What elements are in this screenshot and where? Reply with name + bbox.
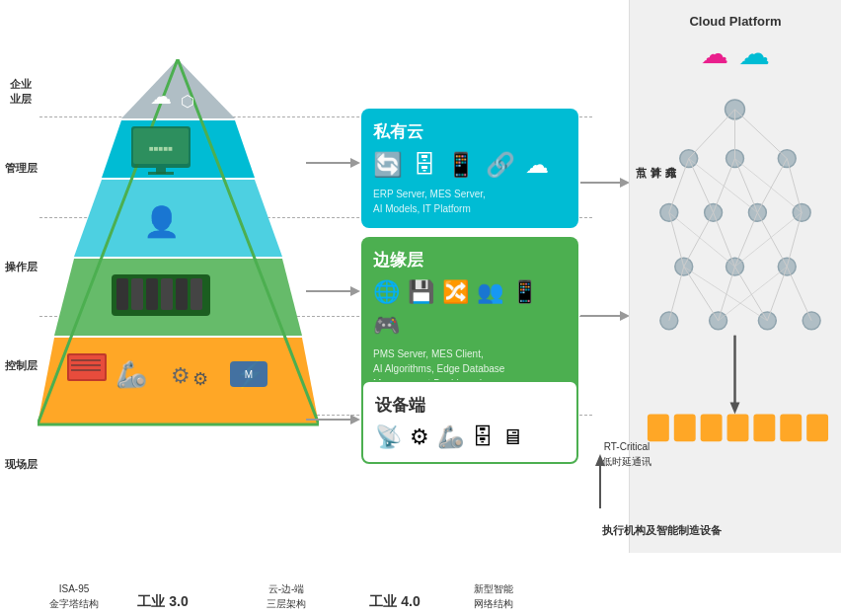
arrow-to-distributed-2 <box>580 306 630 326</box>
share2-icon: 🔀 <box>442 279 469 305</box>
router-icon: 📡 <box>375 424 402 450</box>
device-layer-icons: 📡 ⚙ 🦾 🗄 🖥 <box>375 424 565 450</box>
cloud-download-icon: ☁ <box>525 151 549 179</box>
arrow-to-edge-layer <box>306 281 360 301</box>
svg-text:⚙: ⚙ <box>192 369 208 389</box>
svg-line-59 <box>669 159 689 213</box>
svg-line-77 <box>719 267 735 321</box>
management-label: 管理层 <box>2 118 39 217</box>
operation-label: 操作层 <box>2 217 39 316</box>
cloud-platform-label: Cloud Platform <box>689 12 781 30</box>
gamepad-icon: 🎮 <box>373 313 400 339</box>
device-layer-box: 设备端 📡 ⚙ 🦾 🗄 🖥 <box>361 380 578 464</box>
private-cloud-box: 私有云 🔄 🗄 📱 🔗 ☁ ERP Server, MES Server,AI … <box>361 109 578 228</box>
svg-rect-86 <box>727 414 749 441</box>
cloud-sync-icon: 🔄 <box>373 151 403 179</box>
svg-rect-18 <box>176 278 188 310</box>
edge-layer-icons: 🌐 💾 🔀 👥 📱 🎮 <box>373 279 567 339</box>
cloud-platform-text: Cloud Platform <box>689 14 781 29</box>
right-network-area: Cloud Platform ☁ ☁ <box>629 0 841 553</box>
svg-rect-84 <box>674 414 696 441</box>
arrow-to-private-cloud <box>306 153 360 173</box>
three-layer-label: 云-边-端三层架构 <box>217 581 355 611</box>
bottom-labels-row: ISA-95金字塔结构 工业 3.0 云-边-端三层架构 工业 4.0 新型智能… <box>39 581 841 611</box>
server2-icon: 🗄 <box>472 424 494 450</box>
arrow-to-device-layer <box>306 410 360 429</box>
network-nodes-svg <box>630 79 841 494</box>
private-cloud-title: 私有云 <box>373 120 567 143</box>
svg-line-60 <box>689 159 714 213</box>
svg-line-70 <box>735 212 758 267</box>
svg-rect-87 <box>753 414 775 441</box>
network-icon: 🌐 <box>373 279 400 305</box>
svg-text:☁: ☁ <box>150 84 172 109</box>
svg-point-55 <box>803 312 820 330</box>
svg-text:🦾: 🦾 <box>115 358 148 390</box>
svg-marker-32 <box>350 158 360 168</box>
svg-line-76 <box>684 267 719 321</box>
svg-text:⚙: ⚙ <box>171 363 191 388</box>
svg-rect-16 <box>146 278 158 310</box>
svg-text:M: M <box>245 369 253 380</box>
cloud-icons-top: ☁ ☁ <box>701 35 770 72</box>
hdd-icon: 💾 <box>408 279 434 305</box>
isa95-label: ISA-95金字塔结构 <box>39 581 109 611</box>
svg-rect-9 <box>148 172 174 175</box>
control-label: 控制层 <box>2 316 39 415</box>
svg-rect-89 <box>806 414 828 441</box>
display-icon: 🖥 <box>501 424 523 450</box>
svg-line-67 <box>669 212 684 267</box>
edge-layer-title: 边缘层 <box>373 249 567 271</box>
phone-icon: 📱 <box>511 279 538 305</box>
svg-line-69 <box>714 212 735 267</box>
private-cloud-desc: ERP Server, MES Server,AI Models, IT Pla… <box>373 187 567 216</box>
pyramid-svg: ☁ ⬡ ■■■■■ 👤 🦾 ⚙ ⚙ ⚡ M <box>38 59 319 543</box>
svg-rect-85 <box>701 414 723 441</box>
field-label: 现场层 <box>2 415 39 513</box>
svg-rect-14 <box>116 278 128 310</box>
svg-rect-88 <box>780 414 802 441</box>
svg-line-75 <box>669 267 684 321</box>
new-network-label: 新型智能网络结构 <box>444 581 543 611</box>
svg-line-62 <box>735 159 758 213</box>
industry40-label: 工业 4.0 <box>355 593 434 611</box>
svg-marker-34 <box>350 286 360 296</box>
svg-rect-19 <box>191 278 202 310</box>
svg-rect-21 <box>69 355 105 379</box>
svg-rect-15 <box>131 278 143 310</box>
svg-rect-83 <box>648 414 669 441</box>
svg-text:👤: 👤 <box>143 204 181 240</box>
pink-cloud-icon: ☁ <box>701 38 728 70</box>
layer-labels: 企业业层 管理层 操作层 控制层 现场层 <box>2 64 39 513</box>
private-cloud-icons: 🔄 🗄 📱 🔗 ☁ <box>373 151 567 179</box>
svg-line-78 <box>735 267 768 321</box>
svg-line-65 <box>689 159 758 213</box>
svg-line-61 <box>714 159 735 213</box>
svg-line-71 <box>757 212 787 267</box>
blue-cloud-icon: ☁ <box>738 35 770 72</box>
industry30-label: 工业 3.0 <box>109 593 217 611</box>
arrow-to-distributed <box>580 173 630 192</box>
svg-line-68 <box>684 212 714 267</box>
svg-line-80 <box>787 267 811 321</box>
gear1-icon: ⚙ <box>410 424 429 450</box>
svg-marker-94 <box>595 454 605 466</box>
svg-marker-0 <box>121 59 235 118</box>
svg-text:■■■■■: ■■■■■ <box>149 144 173 153</box>
actuator-label: 执行机构及智能制造设备 <box>602 523 722 538</box>
svg-line-64 <box>787 159 802 213</box>
svg-line-72 <box>787 212 802 267</box>
svg-line-81 <box>684 267 768 321</box>
svg-line-63 <box>757 159 787 213</box>
robot-arm-icon: 🦾 <box>437 424 464 450</box>
share-icon: 🔗 <box>486 151 515 179</box>
diagram-container: 企业业层 管理层 操作层 控制层 现场层 ☁ ⬡ <box>0 0 841 616</box>
svg-text:⬡: ⬡ <box>181 93 194 110</box>
svg-line-58 <box>735 110 788 159</box>
people-icon: 👥 <box>477 279 503 305</box>
svg-rect-17 <box>161 278 173 310</box>
vertical-arrow-indicator <box>590 454 610 513</box>
svg-point-52 <box>660 312 678 330</box>
mobile-icon: 📱 <box>446 151 476 179</box>
svg-line-56 <box>689 110 735 159</box>
